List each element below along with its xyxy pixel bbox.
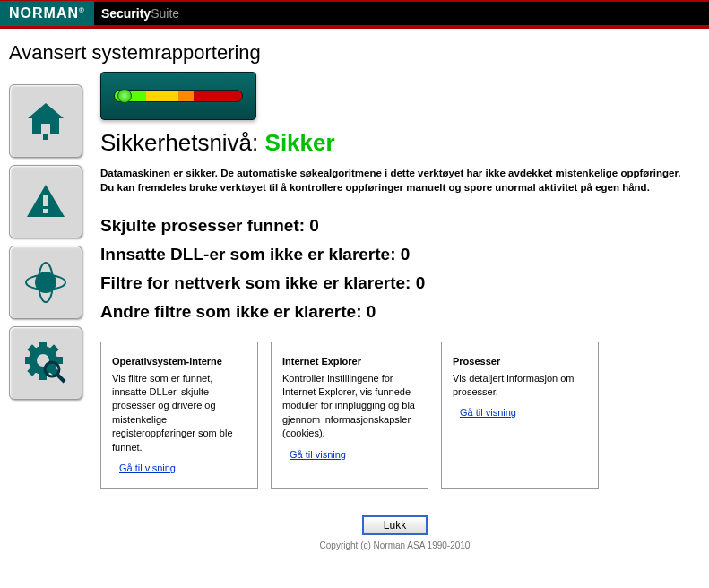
nav-network-button[interactable] <box>9 246 82 319</box>
card-link-processes[interactable]: Gå til visning <box>460 406 516 419</box>
card-body: Vis filtre som er funnet, innsatte DLLer… <box>112 372 246 454</box>
gauge-bar <box>114 90 243 102</box>
svg-rect-10 <box>25 357 32 364</box>
security-level-title: Sikkerhetsnivå: Sikker <box>100 129 689 157</box>
close-button[interactable]: Lukk <box>362 515 428 535</box>
card-processes: Prosesser Vis detaljert informasjon om p… <box>441 342 599 489</box>
svg-rect-2 <box>43 209 48 213</box>
globe-icon <box>23 260 68 305</box>
card-os-internals: Operativsystem-interne Vis filtre som er… <box>100 342 258 489</box>
card-title: Prosesser <box>453 355 587 368</box>
copyright-text: Copyright (c) Norman ASA 1990-2010 <box>100 540 689 550</box>
home-icon <box>23 99 68 143</box>
svg-rect-1 <box>43 195 48 206</box>
security-description: Datamaskinen er sikker. De automatiske s… <box>100 166 689 195</box>
footer: Lukk Copyright (c) Norman ASA 1990-2010 <box>100 515 689 550</box>
card-title: Operativsystem-interne <box>112 355 246 368</box>
sidebar <box>9 72 90 550</box>
stat-hidden-processes: Skjulte prosesser funnet: 0 <box>100 216 689 236</box>
card-link-ie[interactable]: Gå til visning <box>290 448 346 462</box>
app-header: NORMAN® SecuritySuite <box>0 0 709 29</box>
security-level-label: Sikkerhetsnivå: <box>100 129 258 156</box>
brand-logo: NORMAN® <box>0 1 94 26</box>
gauge-marker <box>117 89 132 103</box>
nav-alerts-button[interactable] <box>9 165 82 238</box>
main-content: Sikkerhetsnivå: Sikker Datamaskinen er s… <box>90 72 700 550</box>
security-gauge <box>100 72 256 120</box>
card-title: Internet Explorer <box>282 355 417 368</box>
stats-list: Skjulte prosesser funnet: 0 Innsatte DLL… <box>100 216 689 322</box>
svg-rect-8 <box>39 342 47 350</box>
gear-search-icon <box>23 341 68 385</box>
svg-rect-0 <box>43 134 48 140</box>
card-link-os[interactable]: Gå til visning <box>119 462 176 475</box>
stat-untrusted-dlls: Innsatte DLL-er som ikke er klarerte: 0 <box>100 245 689 264</box>
warning-icon <box>23 179 68 224</box>
cards-row: Operativsystem-interne Vis filtre som er… <box>100 342 689 489</box>
nav-home-button[interactable] <box>9 84 82 158</box>
security-level-status: Sikker <box>265 129 335 156</box>
card-body: Kontroller instillingene for Internet Ex… <box>282 372 417 441</box>
product-name: SecuritySuite <box>94 6 179 21</box>
svg-line-17 <box>57 375 65 382</box>
card-body: Vis detaljert informasjon om prosesser. <box>453 372 587 400</box>
stat-network-filters: Filtre for nettverk som ikke er klarerte… <box>100 273 689 293</box>
nav-settings-button[interactable] <box>9 326 82 400</box>
stat-other-filters: Andre filtre som ikke er klarerte: 0 <box>100 302 689 322</box>
card-internet-explorer: Internet Explorer Kontroller instillinge… <box>271 342 428 489</box>
page-title: Avansert systemrapportering <box>0 29 709 72</box>
